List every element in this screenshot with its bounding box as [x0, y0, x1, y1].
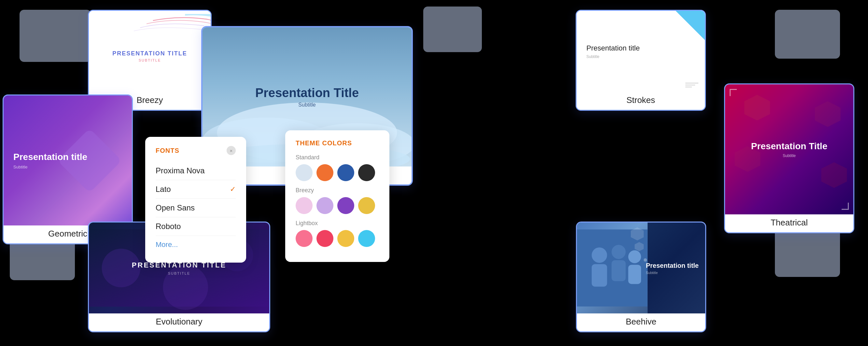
fonts-panel-close-button[interactable]: × — [227, 146, 236, 155]
beehive-dot — [644, 258, 647, 262]
fonts-panel-title: FONTS — [156, 147, 179, 154]
svg-marker-8 — [822, 162, 847, 188]
color-group-label-lightbox: Lightbox — [296, 220, 379, 227]
font-name-proxima-nova: Proxima Nova — [156, 166, 205, 175]
font-item-roboto[interactable]: Roboto — [156, 217, 236, 236]
svg-point-16 — [612, 245, 625, 259]
evolutionary-label: Evolutionary — [89, 313, 269, 331]
swatch-lightbox-4[interactable] — [358, 230, 375, 247]
swatch-breezy-1[interactable] — [296, 197, 313, 214]
theme-panel-title: THEME COLORS — [296, 139, 379, 147]
svg-marker-6 — [815, 101, 841, 127]
font-item-more[interactable]: More... — [156, 236, 236, 254]
svg-rect-19 — [628, 265, 641, 284]
lightbox-swatches — [296, 230, 379, 247]
color-group-label-standard: Standard — [296, 154, 379, 161]
serene-title: Presentation Title — [255, 86, 359, 100]
fonts-panel-header: FONTS × — [156, 146, 236, 155]
geometric-subtitle: Subtitle — [13, 165, 87, 169]
scene: PRESENTATION TITLE SUBTITLE Breezy Prese… — [0, 0, 868, 346]
strokes-label: Strokes — [577, 92, 705, 110]
color-group-label-breezy: Breezy — [296, 187, 379, 194]
color-group-standard: Standard — [296, 154, 379, 181]
font-name-lato: Lato — [156, 185, 171, 194]
strokes-title: Presentation title — [586, 44, 640, 53]
color-group-breezy: Breezy — [296, 187, 379, 214]
svg-marker-5 — [744, 95, 770, 120]
beehive-content: Presentation title Subtitle — [646, 262, 699, 274]
swatch-lightbox-2[interactable] — [316, 230, 333, 247]
theme-colors-panel: THEME COLORS Standard Breezy Lightbox — [285, 130, 390, 262]
evolutionary-subtitle: SUBTITLE — [132, 271, 226, 275]
fonts-panel: FONTS × Proxima Nova Lato ✓ Open Sans Ro… — [145, 137, 246, 263]
card-beehive[interactable]: Presentation title Subtitle Beehive — [576, 222, 706, 332]
font-name-open-sans: Open Sans — [156, 203, 195, 212]
ghost-card-tr — [775, 10, 840, 59]
swatch-lightbox-3[interactable] — [337, 230, 354, 247]
card-theatrical[interactable]: Presentation Title Subtitle Theatrical — [724, 83, 854, 233]
font-item-proxima-nova[interactable]: Proxima Nova — [156, 162, 236, 180]
beehive-label: Beehive — [577, 313, 705, 331]
font-item-open-sans[interactable]: Open Sans — [156, 199, 236, 217]
serene-subtitle: Subtitle — [298, 102, 315, 108]
breezy-title: PRESENTATION TITLE — [112, 50, 187, 57]
svg-rect-17 — [612, 260, 625, 281]
theatrical-label: Theatrical — [725, 214, 854, 232]
ghost-card-br — [775, 228, 840, 277]
svg-rect-15 — [592, 264, 607, 287]
swatch-standard-1[interactable] — [296, 164, 313, 181]
theatrical-subtitle: Subtitle — [751, 153, 827, 158]
swatch-lightbox-1[interactable] — [296, 230, 313, 247]
swatch-breezy-3[interactable] — [337, 197, 354, 214]
color-group-lightbox: Lightbox — [296, 220, 379, 247]
breezy-wave-decor — [89, 14, 211, 40]
strokes-lines — [685, 83, 699, 87]
svg-point-14 — [592, 247, 607, 263]
font-check-lato: ✓ — [230, 185, 236, 194]
standard-swatches — [296, 164, 379, 181]
geometric-title: Presentation title — [13, 151, 87, 163]
theatrical-title: Presentation Title — [751, 141, 827, 151]
strokes-subtitle: Subtitle — [586, 54, 640, 59]
beehive-subtitle: Subtitle — [646, 270, 699, 274]
svg-point-18 — [628, 250, 641, 263]
strokes-corner-decor — [676, 11, 705, 40]
ghost-card-top-mid — [423, 6, 482, 52]
font-name-roboto: Roboto — [156, 222, 181, 231]
swatch-standard-3[interactable] — [337, 164, 354, 181]
card-strokes[interactable]: Presentation title Subtitle Strokes — [576, 10, 706, 111]
swatch-standard-2[interactable] — [316, 164, 333, 181]
breezy-subtitle: SUBTITLE — [139, 58, 161, 62]
swatch-breezy-2[interactable] — [316, 197, 333, 214]
ghost-card-tl — [20, 10, 91, 62]
beehive-title: Presentation title — [646, 262, 699, 269]
breezy-swatches — [296, 197, 379, 214]
swatch-standard-4[interactable] — [358, 164, 375, 181]
swatch-breezy-4[interactable] — [358, 197, 375, 214]
font-item-lato[interactable]: Lato ✓ — [156, 180, 236, 199]
